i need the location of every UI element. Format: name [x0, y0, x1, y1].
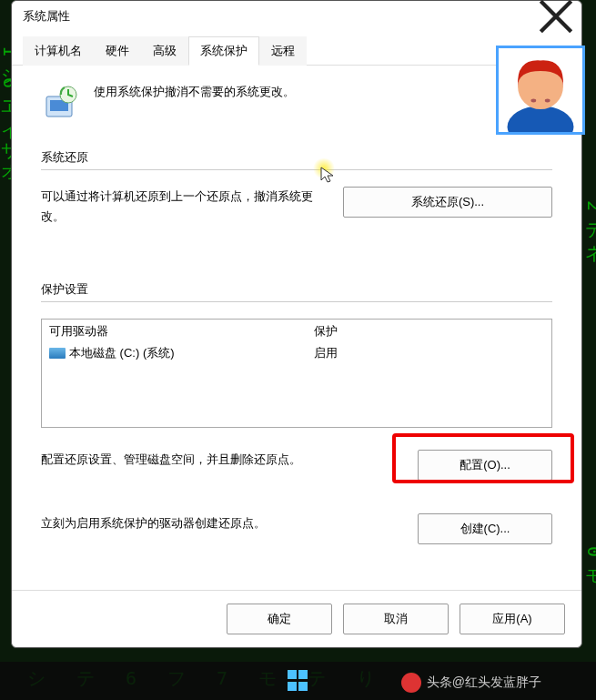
section-title-restore: 系统还原: [41, 149, 552, 170]
tab-computer-name[interactable]: 计算机名: [23, 36, 94, 66]
restore-desc: 可以通过将计算机还原到上一个还原点，撤消系统更改。: [41, 187, 325, 227]
dialog-footer: 确定 取消 应用(A): [12, 590, 581, 647]
window-title: 系统属性: [23, 8, 538, 25]
drive-protection-status: 启用: [314, 345, 544, 361]
system-protection-icon: [41, 84, 79, 122]
section-title-protection: 保护设置: [41, 281, 552, 302]
col-header-drive: 可用驱动器: [49, 323, 314, 340]
intro-row: 使用系统保护撤消不需要的系统更改。: [41, 84, 552, 122]
cancel-button[interactable]: 取消: [343, 604, 449, 634]
tab-advanced[interactable]: 高级: [141, 36, 188, 66]
system-restore-button[interactable]: 系统还原(S)...: [343, 187, 552, 218]
drive-list[interactable]: 可用驱动器 保护 本地磁盘 (C:) (系统) 启用: [41, 319, 552, 428]
svg-point-6: [530, 99, 536, 103]
svg-point-7: [545, 99, 551, 103]
tab-system-protection[interactable]: 系统保护: [188, 36, 259, 66]
avatar: [496, 46, 585, 135]
drive-row[interactable]: 本地磁盘 (C:) (系统) 启用: [42, 343, 551, 363]
drive-list-header: 可用驱动器 保护: [42, 320, 551, 343]
ok-button[interactable]: 确定: [227, 604, 332, 634]
attribution-text: 头条@红头发蓝胖子: [427, 675, 541, 691]
configure-desc: 配置还原设置、管理磁盘空间，并且删除还原点。: [41, 450, 399, 470]
disk-icon: [49, 348, 66, 359]
close-button[interactable]: [538, 4, 574, 29]
titlebar: 系统属性: [12, 1, 581, 32]
create-restore-point-button[interactable]: 创建(C)...: [418, 513, 552, 544]
apply-button[interactable]: 应用(A): [460, 604, 565, 634]
attribution: 头条@红头发蓝胖子: [401, 673, 541, 693]
close-icon: [538, 0, 574, 35]
attribution-avatar-icon: [401, 673, 421, 693]
tab-content: 使用系统保护撤消不需要的系统更改。 系统还原 可以通过将计算机还原到上一个还原点…: [12, 66, 581, 590]
intro-text: 使用系统保护撤消不需要的系统更改。: [94, 84, 295, 100]
tab-hardware[interactable]: 硬件: [94, 36, 141, 66]
create-desc: 立刻为启用系统保护的驱动器创建还原点。: [41, 513, 399, 533]
drive-name: 本地磁盘 (C:) (系统): [69, 345, 175, 361]
start-button[interactable]: [288, 670, 309, 692]
col-header-protection: 保护: [314, 323, 544, 340]
tab-remote[interactable]: 远程: [259, 36, 307, 66]
highlight-box: [392, 433, 574, 483]
